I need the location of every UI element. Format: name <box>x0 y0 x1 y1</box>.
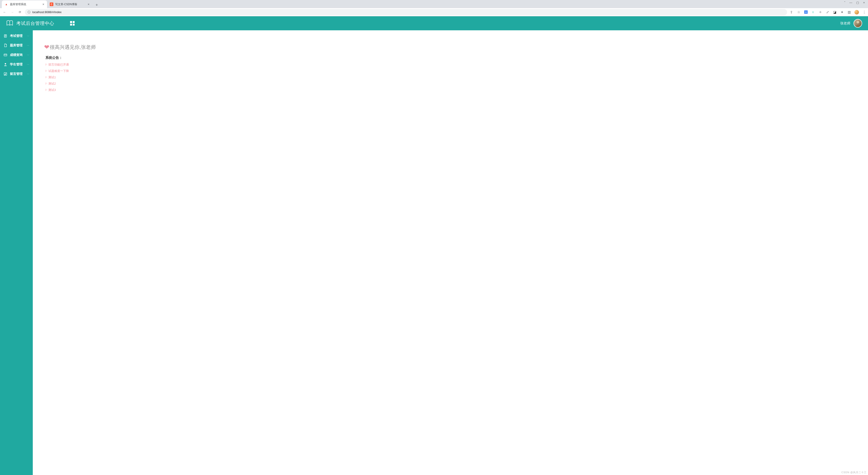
bookmark-icon: ⚐ <box>45 69 48 72</box>
maximize-icon[interactable]: ▢ <box>856 1 859 4</box>
notice-list: ⚐留言功能已开通 ⚐试题难度一下降 ⚐测试1 ⚐测试2 ⚐测试3 <box>45 63 868 92</box>
bookmark-icon: ⚐ <box>45 76 48 79</box>
chevron-down-icon: ﹀ <box>27 35 30 37</box>
bookmark-icon: ⚐ <box>45 88 48 92</box>
notice-text: 试题难度一下降 <box>49 69 69 73</box>
svg-rect-2 <box>4 54 7 56</box>
notice-text: 测试3 <box>49 88 56 92</box>
user-name: 张老师 <box>840 21 850 26</box>
svg-point-0 <box>857 21 859 24</box>
star-icon[interactable]: ☆ <box>797 10 801 14</box>
tab-favicon-icon: C <box>50 2 53 6</box>
clipboard-icon <box>4 34 7 38</box>
document-icon <box>4 43 7 47</box>
card-icon <box>4 53 7 57</box>
profile-avatar-icon[interactable] <box>855 10 859 14</box>
app-title: 考试后台管理中心 <box>16 20 54 27</box>
main-content: ❤ 很高兴遇见你,张老师 系统公告： ⚐留言功能已开通 ⚐试题难度一下降 ⚐测试… <box>33 30 868 475</box>
chevron-down-icon: ﹀ <box>27 54 30 56</box>
notice-text: 测试2 <box>49 82 56 86</box>
brand: 考试后台管理中心 <box>6 20 54 27</box>
vpn-icon[interactable]: ▿ <box>811 10 815 14</box>
sidebar-item-label: 成绩查询 <box>10 53 24 57</box>
tab-favicon-icon: ▲ <box>4 2 8 6</box>
tab-title: 写文章-CSDN博客 <box>55 2 86 6</box>
bookmark-icon: ⚐ <box>45 82 48 85</box>
chevron-down-icon[interactable]: ˇ <box>844 1 845 4</box>
menu-toggle-button[interactable] <box>70 21 74 26</box>
app-body: 考试管理 ﹀ 题库管理 ﹀ 成绩查询 ﹀ 学生管理 ﹀ <box>0 30 868 475</box>
sidebar-item-bank[interactable]: 题库管理 ﹀ <box>0 41 33 50</box>
new-tab-button[interactable]: + <box>94 2 100 8</box>
notice-item[interactable]: ⚐测试3 <box>45 88 868 92</box>
heart-icon: ❤ <box>44 44 49 51</box>
notice-heading: 系统公告： <box>45 56 868 60</box>
notice-text: 留言功能已开通 <box>49 63 69 67</box>
chevron-down-icon: ﹀ <box>27 44 30 47</box>
sidebar-item-student[interactable]: 学生管理 ﹀ <box>0 60 33 69</box>
sidebar-item-score[interactable]: 成绩查询 ﹀ <box>0 50 33 60</box>
tab-title: 题库管理系统 <box>10 2 41 6</box>
side-panel-icon[interactable]: ▥ <box>847 10 851 14</box>
shield-icon[interactable]: ◪ <box>833 10 837 14</box>
close-icon[interactable]: × <box>42 2 44 6</box>
url-field[interactable]: ⓘ localhost:8088/#/index <box>25 9 787 16</box>
watermark: CSDN @风月二十三 <box>842 471 867 474</box>
app-header: 考试后台管理中心 张老师 <box>0 16 868 30</box>
back-button[interactable]: ← <box>2 9 7 15</box>
sidebar-item-message[interactable]: 留言管理 ﹀ <box>0 69 33 79</box>
app-root: 考试后台管理中心 张老师 考试管理 ﹀ <box>0 16 868 475</box>
user-area[interactable]: 张老师 <box>840 19 862 28</box>
avatar[interactable] <box>854 19 862 28</box>
sidebar-item-exam[interactable]: 考试管理 ﹀ <box>0 31 33 41</box>
bookmark-icon: ⚐ <box>45 63 48 66</box>
translate-icon[interactable]: 🅰 <box>804 10 808 14</box>
forward-button[interactable]: → <box>9 9 15 15</box>
toolbar-actions: ⇪ ☆ 🅰 ▿ ✧ ⤢ ◪ ✦ ▥ ⋮ <box>789 10 866 14</box>
chevron-down-icon: ﹀ <box>27 73 30 75</box>
notice-item[interactable]: ⚐测试1 <box>45 75 868 80</box>
menu-icon[interactable]: ⋮ <box>862 10 866 14</box>
browser-tab[interactable]: C 写文章-CSDN博客 × <box>47 0 92 8</box>
reload-button[interactable]: ⟳ <box>17 9 23 15</box>
resize-icon[interactable]: ⤢ <box>826 10 830 14</box>
user-icon <box>4 63 7 66</box>
browser-tab-active[interactable]: ▲ 题库管理系统 × <box>2 0 47 8</box>
edit-icon <box>4 72 7 76</box>
welcome-row: ❤ 很高兴遇见你,张老师 <box>44 44 868 51</box>
notice-item[interactable]: ⚐试题难度一下降 <box>45 69 868 73</box>
window-controls: ˇ — ▢ × <box>844 0 866 4</box>
sidebar: 考试管理 ﹀ 题库管理 ﹀ 成绩查询 ﹀ 学生管理 ﹀ <box>0 30 33 475</box>
close-window-icon[interactable]: × <box>863 1 865 4</box>
book-icon <box>6 20 13 27</box>
notice-item[interactable]: ⚐留言功能已开通 <box>45 63 868 67</box>
minimize-icon[interactable]: — <box>849 1 852 4</box>
tab-bar: ▲ 题库管理系统 × C 写文章-CSDN博客 × + ˇ — ▢ × <box>0 0 868 8</box>
welcome-text: 很高兴遇见你,张老师 <box>50 44 96 51</box>
url-text: localhost:8088/#/index <box>32 10 784 14</box>
sparkle-icon[interactable]: ✧ <box>818 10 822 14</box>
chrome-window: ▲ 题库管理系统 × C 写文章-CSDN博客 × + ˇ — ▢ × ← → … <box>0 0 868 475</box>
sidebar-item-label: 题库管理 <box>10 43 24 48</box>
extensions-icon[interactable]: ✦ <box>840 10 844 14</box>
close-icon[interactable]: × <box>88 2 90 6</box>
notice-item[interactable]: ⚐测试2 <box>45 82 868 86</box>
share-icon[interactable]: ⇪ <box>789 10 794 14</box>
svg-point-3 <box>5 63 6 64</box>
site-info-icon[interactable]: ⓘ <box>28 10 31 14</box>
address-bar: ← → ⟳ ⓘ localhost:8088/#/index ⇪ ☆ 🅰 ▿ ✧… <box>0 8 868 16</box>
notice-text: 测试1 <box>49 75 56 80</box>
sidebar-item-label: 考试管理 <box>10 34 24 38</box>
sidebar-item-label: 学生管理 <box>10 62 24 66</box>
chevron-down-icon: ﹀ <box>27 63 30 66</box>
sidebar-item-label: 留言管理 <box>10 72 24 76</box>
